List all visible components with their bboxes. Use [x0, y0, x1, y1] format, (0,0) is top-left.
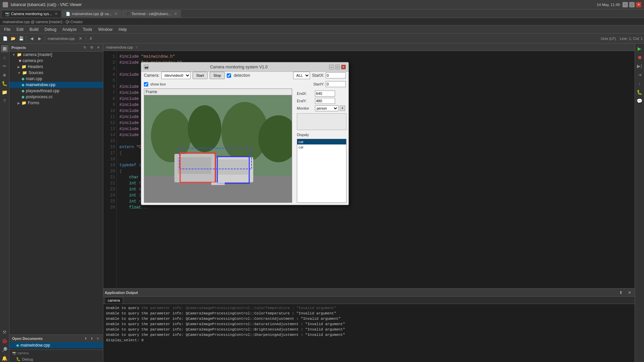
sidebar-close[interactable]: ✕: [96, 45, 101, 50]
tree-project[interactable]: ▼ 📁 camera [master]: [9, 52, 103, 58]
toolbar-forward[interactable]: ▶: [36, 35, 43, 42]
icon-build[interactable]: ⚒: [1, 328, 8, 336]
starty-input[interactable]: [326, 81, 346, 87]
icon-projects2[interactable]: 📁: [1, 88, 8, 96]
menu-help[interactable]: Help: [116, 26, 130, 33]
run-button[interactable]: ▶: [636, 45, 643, 52]
dialog-minimize[interactable]: ─: [329, 65, 334, 69]
close-button[interactable]: ✕: [636, 2, 641, 7]
tab-camera[interactable]: 📷 Camera monitoring sys... ✕: [1, 10, 61, 17]
step-over-button[interactable]: ⇥: [636, 71, 643, 78]
icon-notify[interactable]: 🔔: [1, 355, 8, 362]
camerapro-icon: ■: [19, 58, 21, 63]
starty-label: StartY:: [313, 82, 324, 86]
chat-button[interactable]: 💬: [636, 97, 643, 105]
start-button[interactable]: Start: [193, 72, 208, 79]
toolbar-new[interactable]: 📄: [1, 35, 9, 42]
display-section-label: Dispaly: [297, 132, 346, 137]
monitor-add-button[interactable]: +: [340, 106, 345, 111]
monitor-display-area: [297, 113, 346, 130]
toolbar-open[interactable]: 📂: [9, 35, 17, 42]
icon-projects[interactable]: ⊞: [1, 45, 8, 52]
menu-build[interactable]: Build: [27, 26, 41, 33]
toolbar-search[interactable]: #: [87, 35, 95, 42]
starty-group: StartY:: [313, 81, 346, 87]
tree-headers[interactable]: ▶ 📁 Headers: [9, 64, 103, 70]
sidebar-controls: ↻ ⚙ ✕: [82, 45, 101, 50]
tree-postprocess[interactable]: ◆ postprocess.cc: [9, 94, 103, 100]
tab-mainwindow-close[interactable]: ✕: [114, 12, 117, 16]
svg-rect-13: [211, 182, 225, 185]
debug-item[interactable]: 🐛 Debug: [9, 356, 103, 362]
bottom-output: Unable to query the parameter info: QCam…: [103, 304, 635, 362]
camera-select[interactable]: /dev/video0: [161, 72, 191, 79]
step-into-button[interactable]: ↓: [636, 80, 643, 87]
maximize-button[interactable]: □: [629, 2, 635, 7]
tree-maincpp[interactable]: ◆ main.cpp: [9, 76, 103, 82]
menu-file[interactable]: File: [1, 26, 13, 33]
detection-checkbox[interactable]: [227, 73, 231, 78]
all-select[interactable]: ALL: [293, 72, 310, 79]
output-up[interactable]: ⬆: [617, 289, 625, 296]
stop-button-dialog[interactable]: Stop: [210, 72, 225, 79]
startx-input[interactable]: [326, 72, 346, 78]
toolbar-close-file[interactable]: ✕: [77, 35, 84, 42]
dialog-close[interactable]: ✕: [341, 65, 346, 69]
debug-item-label: Debug: [22, 357, 33, 361]
icon-edit[interactable]: ✏: [1, 62, 8, 70]
open-docs-close-all[interactable]: ✕: [96, 336, 100, 341]
menu-edit[interactable]: Edit: [14, 26, 26, 33]
tab-terminal-close[interactable]: ✕: [174, 12, 177, 16]
output-tab-camera[interactable]: camera: [105, 297, 123, 304]
tree-sources[interactable]: ▼ 📁 Sources: [9, 70, 103, 76]
tab-terminal[interactable]: ⬛ Terminal - cat@lubanc... ✕: [122, 10, 181, 17]
endx-input[interactable]: [315, 90, 335, 97]
icon-debug2[interactable]: 🐞: [1, 337, 8, 345]
toolbar-sep3: [86, 36, 86, 41]
display-item-car2[interactable]: car: [297, 144, 346, 150]
toolbar-back[interactable]: ◀: [28, 35, 35, 42]
icon-design[interactable]: ◈: [1, 71, 8, 78]
icon-welcome[interactable]: ⌂: [1, 54, 8, 61]
icon-help[interactable]: ?: [1, 97, 8, 105]
icon-locator[interactable]: 🔎: [1, 346, 8, 353]
tab-terminal-label: ⬛: [125, 12, 130, 16]
sidebar-sync[interactable]: ↻: [82, 45, 88, 50]
open-docs-header: Open Documents ⬆ ⬇ ✕: [9, 335, 103, 342]
tab-mainwindow-text: mainwindow.cpp @ ca...: [72, 12, 112, 16]
tree-mainwindowcpp[interactable]: ◆ mainwindow.cpp: [9, 82, 103, 88]
ln15: 15: [105, 138, 115, 144]
output-line-1: Unable to query the parameter info: QCam…: [106, 305, 632, 311]
display-item-car1[interactable]: car: [297, 139, 346, 144]
tab-mainwindow[interactable]: 📄 mainwindow.cpp @ ca... ✕: [62, 10, 121, 17]
camerapro-label: camera.pro: [22, 58, 43, 63]
endy-label: EndY:: [297, 99, 314, 103]
toolbar-save[interactable]: 💾: [17, 35, 25, 42]
open-doc-mainwindow[interactable]: ◆ mainwindow.cpp: [9, 342, 103, 348]
dialog-restore[interactable]: □: [335, 65, 340, 69]
sidebar-filter[interactable]: ⚙: [89, 45, 94, 50]
tab-camera-close[interactable]: ✕: [55, 12, 58, 16]
menu-analyze[interactable]: Analyze: [60, 26, 79, 33]
output-close[interactable]: ✕: [626, 289, 633, 296]
menu-window[interactable]: Window: [96, 26, 115, 33]
showbox-checkbox[interactable]: [144, 82, 148, 86]
icon-debug[interactable]: 🐛: [1, 80, 8, 87]
debug-run-button[interactable]: ▶|: [636, 62, 643, 70]
detection-label: detection: [234, 73, 250, 78]
open-docs-btn1[interactable]: ⬆: [84, 336, 88, 341]
menu-debug[interactable]: Debug: [42, 26, 59, 33]
display-label: Dispaly: [297, 133, 309, 137]
debug-mode-button[interactable]: 🐛: [636, 88, 643, 96]
stop-button[interactable]: ⏹: [636, 54, 643, 61]
toolbar-sep1: [26, 36, 26, 41]
monitor-select[interactable]: person: [315, 105, 338, 111]
bottom-toolbar-controls: ⬆ ✕: [617, 289, 633, 296]
endy-input[interactable]: [315, 98, 335, 104]
menu-tools[interactable]: Tools: [80, 26, 95, 33]
tree-playwav[interactable]: ◆ playwavthread.cpp: [9, 88, 103, 94]
tree-camerapro[interactable]: ■ camera.pro: [9, 58, 103, 64]
minimize-button[interactable]: ─: [623, 2, 628, 7]
open-docs-btn2[interactable]: ⬇: [90, 336, 94, 341]
tree-forms[interactable]: ▶ 📁 Forms: [9, 100, 103, 106]
